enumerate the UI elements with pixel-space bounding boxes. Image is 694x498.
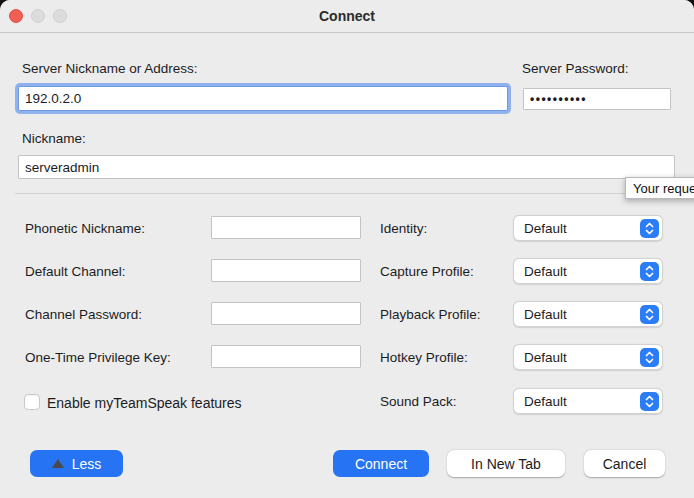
connect-button-label: Connect	[355, 456, 407, 472]
sound-pack-dropdown[interactable]: Default	[513, 388, 663, 414]
cancel-button-label: Cancel	[603, 456, 647, 472]
in-new-tab-button[interactable]: In New Tab	[447, 450, 565, 477]
phonetic-nickname-input[interactable]	[211, 216, 361, 239]
chevron-up-down-icon	[640, 392, 659, 411]
server-address-input[interactable]	[18, 86, 508, 111]
cancel-button[interactable]: Cancel	[584, 450, 665, 477]
chevron-up-down-icon	[640, 348, 659, 367]
nickname-label: Nickname:	[22, 131, 86, 146]
nickname-input[interactable]	[18, 155, 675, 179]
capture-profile-dropdown-value: Default	[514, 264, 640, 279]
in-new-tab-button-label: In New Tab	[471, 456, 541, 472]
close-button[interactable]	[9, 9, 23, 23]
chevron-up-down-icon	[640, 305, 659, 324]
server-password-label: Server Password:	[522, 61, 629, 76]
tooltip: Your reque	[625, 177, 694, 199]
sound-pack-dropdown-value: Default	[514, 394, 640, 409]
triangle-up-icon	[52, 459, 64, 468]
playback-profile-label: Playback Profile:	[380, 307, 481, 322]
identity-dropdown[interactable]: Default	[513, 215, 663, 241]
hotkey-profile-dropdown-value: Default	[514, 350, 640, 365]
privilege-key-input[interactable]	[211, 345, 361, 368]
capture-profile-label: Capture Profile:	[380, 264, 474, 279]
hotkey-profile-dropdown[interactable]: Default	[513, 344, 663, 370]
titlebar: Connect	[0, 0, 694, 33]
privilege-key-label: One-Time Privilege Key:	[25, 350, 171, 365]
separator-line	[15, 193, 679, 194]
default-channel-label: Default Channel:	[25, 264, 126, 279]
myteamspeak-checkbox-label[interactable]: Enable myTeamSpeak features	[47, 395, 242, 411]
identity-dropdown-value: Default	[514, 221, 640, 236]
channel-password-label: Channel Password:	[25, 307, 142, 322]
playback-profile-dropdown[interactable]: Default	[513, 301, 663, 327]
less-button-label: Less	[72, 456, 102, 472]
sound-pack-label: Sound Pack:	[380, 394, 457, 409]
playback-profile-dropdown-value: Default	[514, 307, 640, 322]
chevron-up-down-icon	[640, 219, 659, 238]
default-channel-input[interactable]	[211, 259, 361, 282]
capture-profile-dropdown[interactable]: Default	[513, 258, 663, 284]
connect-button[interactable]: Connect	[333, 450, 429, 477]
myteamspeak-checkbox[interactable]	[24, 394, 40, 410]
minimize-button-disabled	[31, 9, 45, 23]
less-button[interactable]: Less	[30, 450, 123, 477]
connect-dialog: Connect Server Nickname or Address: Serv…	[0, 0, 694, 498]
hotkey-profile-label: Hotkey Profile:	[380, 350, 468, 365]
window-title: Connect	[0, 0, 694, 32]
server-password-input[interactable]	[523, 88, 671, 110]
server-address-label: Server Nickname or Address:	[22, 61, 198, 76]
identity-label: Identity:	[380, 221, 427, 236]
chevron-up-down-icon	[640, 262, 659, 281]
zoom-button-disabled	[53, 9, 67, 23]
phonetic-nickname-label: Phonetic Nickname:	[25, 221, 145, 236]
channel-password-input[interactable]	[211, 302, 361, 325]
